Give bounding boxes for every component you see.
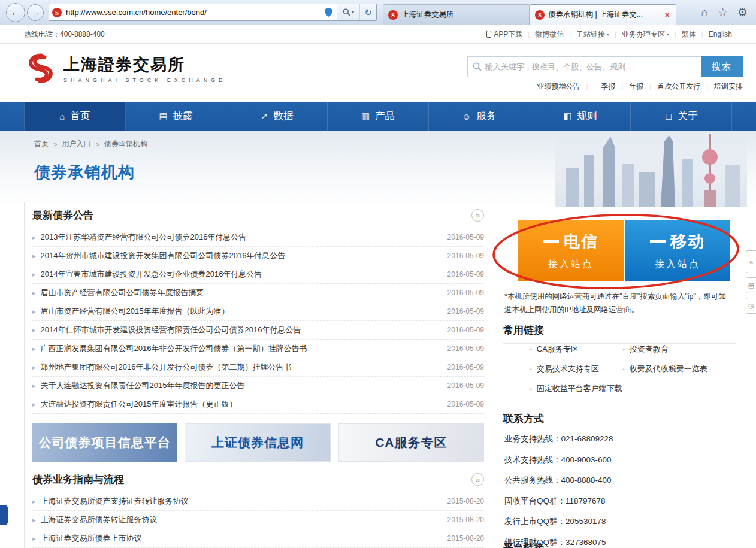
floating-side-tools: « ▤ ◷ xyxy=(746,250,756,314)
more-button[interactable]: » xyxy=(471,209,484,222)
sse-logo[interactable]: 上海證券交易所 SHANGHAI STOCK EXCHANGE xyxy=(24,53,226,84)
utility-links: APP下载 | 微博微信 | 子站链接 ▾ | 业务办理专区 ▾ | 繁体 | … xyxy=(486,29,732,40)
quick-link[interactable]: 首次公开发行 xyxy=(657,81,700,92)
guides-list: ▸上海证券交易所资产支持证券转让服务协议2015-08-20 ▸上海证券交易所债… xyxy=(32,492,484,548)
search-input[interactable] xyxy=(485,62,701,71)
isp-note-text: *本机所使用的网络运营商可通过在"百度"搜索页面输入"ip"，即可知道本机上网使… xyxy=(504,290,727,317)
announcement-date: 2016-05-09 xyxy=(447,289,484,297)
link-fixed-income-client[interactable]: ▪固定收益平台客户端下载 xyxy=(530,383,623,394)
quick-links: 业绩预增公告 | 一季报 | 年报 | 首次公开发行 | 培训安排 xyxy=(537,81,743,92)
search-box[interactable] xyxy=(467,56,701,77)
quick-link[interactable]: 一季报 xyxy=(594,81,615,92)
traditional-chinese-link[interactable]: 繁体 xyxy=(682,29,696,40)
quick-link[interactable]: 培训安排 xyxy=(714,81,743,92)
list-item[interactable]: ▸大连融达投资有限责任公司2015年度审计报告（更正版）2016-05-09 xyxy=(32,395,484,414)
nav-item-home[interactable]: ⌂ 首页 xyxy=(24,102,126,131)
refresh-button[interactable]: ↻ xyxy=(359,4,376,20)
bottom-left-widget[interactable] xyxy=(0,505,8,525)
guides-header: 债券业务指南与流程 » xyxy=(32,467,484,492)
square-bullet-icon: ▪ xyxy=(623,347,625,352)
search-dropdown-button[interactable]: ▾ xyxy=(337,4,359,20)
site-search: 搜索 xyxy=(467,56,743,77)
close-tab-icon[interactable]: × xyxy=(664,10,671,20)
hero-banner: 首页 > 用户入口 > 债券承销机构 债券承销机构 xyxy=(0,131,756,207)
nav-item-rules[interactable]: ◧ 规则 xyxy=(530,102,631,131)
favorites-star-icon[interactable]: ☆ xyxy=(718,5,728,19)
quick-link[interactable]: 年报 xyxy=(629,81,643,92)
list-item[interactable]: ▸上海证券交易所债券上市协议2015-08-20 xyxy=(32,529,484,548)
nav-item-services[interactable]: ☺ 服务 xyxy=(429,102,530,131)
guide-title: 上海证券交易所资产支持证券转让服务协议 xyxy=(41,496,443,507)
back-button[interactable]: ← xyxy=(6,3,25,22)
list-item[interactable]: ▸眉山市资产经营有限公司公司债券年度报告摘要2016-05-09 xyxy=(32,284,484,302)
guide-title: 上海证券交易所债券转让服务协议 xyxy=(41,514,443,525)
mobile-access-button[interactable]: 移动 接入站点 xyxy=(625,220,730,281)
separator: | xyxy=(675,31,676,38)
list-item[interactable]: ▸广西正润发展集团有限公司2016年非公开发行公司债券（第一期）挂牌公告书201… xyxy=(32,340,484,358)
announcement-title: 2013年江苏华靖资产经营有限公司公司债券2016年付息公告 xyxy=(41,232,443,243)
link-ca-service[interactable]: ▪CA服务专区 xyxy=(530,344,623,355)
tab-sse-home[interactable]: S 上海证券交易所 xyxy=(383,4,530,25)
separator: | xyxy=(621,83,623,90)
link-fees-list[interactable]: ▪收费及代收税费一览表 xyxy=(623,364,734,374)
list-item[interactable]: ▸2014年贺州市城市建设投资开发集团有限公司公司债券2016年付息公告2016… xyxy=(32,247,484,265)
banner-bond-info-net[interactable]: 上证债券信息网 xyxy=(185,423,330,462)
link-tech-support[interactable]: ▪交易技术支持专区 xyxy=(530,364,623,374)
breadcrumb-user-entry[interactable]: 用户入口 xyxy=(62,139,90,149)
list-item[interactable]: ▸2013年江苏华靖资产经营有限公司公司债券2016年付息公告2016-05-0… xyxy=(32,228,484,247)
substation-links-menu[interactable]: 子站链接 ▾ xyxy=(576,29,609,40)
forward-button[interactable]: → xyxy=(27,4,44,21)
list-item[interactable]: ▸2014年仁怀市城市开发建设投资经营有限责任公司公司债券2016年付息公告20… xyxy=(32,321,484,340)
home-icon[interactable]: ⌂ xyxy=(701,6,707,19)
nav-item-data[interactable]: ↗ 数据 xyxy=(226,102,328,131)
separator: | xyxy=(615,31,616,38)
url-field[interactable]: http://www.sse.com.cn/home/enter/bond/ xyxy=(66,8,320,17)
announcement-title: 2014年仁怀市城市开发建设投资经营有限责任公司公司债券2016年付息公告 xyxy=(41,325,443,335)
nav-item-disclosure[interactable]: ▤ 披露 xyxy=(126,102,227,131)
list-item[interactable]: ▸关于大连融达投资有限责任公司2015年年度报告的更正公告2016-05-09 xyxy=(32,377,484,395)
settings-gear-icon[interactable]: ⚙ xyxy=(737,5,748,19)
breadcrumb-current: 债券承销机构 xyxy=(104,139,147,149)
main-navigation: ⌂ 首页 ▤ 披露 ↗ 数据 ▥ 产品 ☺ 服务 ◧ 规则 ◻ 关于 xyxy=(0,102,756,131)
contact-line: 固收平台QQ群：118797678 xyxy=(504,496,613,507)
nav-item-products[interactable]: ▥ 产品 xyxy=(328,102,429,131)
list-item[interactable]: ▸上海证券交易所债券转让服务协议2015-08-20 xyxy=(32,511,484,529)
hotline-text: 热线电话：400-8888-400 xyxy=(24,29,105,40)
chart-icon: ↗ xyxy=(261,111,268,122)
contact-info: 业务支持热线：021-68809228 技术支持热线：400-9003-600 … xyxy=(504,434,613,548)
bar-chart-icon: ▥ xyxy=(361,111,370,122)
contact-line: 公共服务热线：400-8888-400 xyxy=(504,475,613,486)
link-investor-education[interactable]: ▪投资者教育 xyxy=(623,344,734,355)
business-zone-menu[interactable]: 业务办理专区 ▾ xyxy=(622,29,669,40)
triangle-bullet-icon: ▸ xyxy=(32,345,36,353)
section-title: 最新债券公告 xyxy=(32,208,93,222)
triangle-bullet-icon: ▸ xyxy=(32,234,36,241)
announcement-date: 2016-05-09 xyxy=(447,233,484,241)
feedback-doc-button[interactable]: ▤ xyxy=(746,277,756,293)
nav-item-about[interactable]: ◻ 关于 xyxy=(631,102,732,131)
list-item[interactable]: ▸2014年宜春市城市建设投资开发总公司企业债券2016年付息公告2016-05… xyxy=(32,265,484,284)
list-item[interactable]: ▸上海证券交易所资产支持证券转让服务协议2015-08-20 xyxy=(32,492,484,511)
announcement-date: 2016-05-09 xyxy=(447,363,484,371)
tab-title: 债券承销机构 | 上海证券交... xyxy=(548,10,660,20)
common-links-title: 常用链接 xyxy=(503,323,736,344)
breadcrumb-home[interactable]: 首页 xyxy=(34,139,49,149)
english-link[interactable]: English xyxy=(709,30,732,38)
search-button[interactable]: 搜索 xyxy=(701,56,743,77)
banner-ca-service[interactable]: CA服务专区 xyxy=(338,423,484,462)
tab-bond-page[interactable]: S 债券承销机构 | 上海证券交... × xyxy=(530,4,676,25)
tab-title: 上海证券交易所 xyxy=(401,10,524,20)
quick-link[interactable]: 业绩预增公告 xyxy=(537,81,580,92)
address-bar[interactable]: S http://www.sse.com.cn/home/enter/bond/… xyxy=(49,4,377,21)
site-header: 上海證券交易所 SHANGHAI STOCK EXCHANGE 搜索 业绩预增公… xyxy=(0,44,756,102)
banner-bond-project-platform[interactable]: 公司债券项目信息平台 xyxy=(32,423,177,462)
telecom-access-button[interactable]: 电信 接入站点 xyxy=(518,220,624,281)
list-item[interactable]: ▸郑州地产集团有限公司2016年非公开发行公司债券（第二期）挂牌公告书2016-… xyxy=(32,358,484,377)
list-item[interactable]: ▸眉山市资产经营有限公司2015年年度报告（以此为准）2016-05-09 xyxy=(32,302,484,321)
more-button[interactable]: » xyxy=(471,473,484,486)
weibo-weixin-link[interactable]: 微博微信 xyxy=(535,29,564,40)
history-clock-button[interactable]: ◷ xyxy=(746,298,756,314)
breadcrumb-separator: > xyxy=(95,141,99,148)
collapse-panel-button[interactable]: « xyxy=(746,250,756,273)
app-download-link[interactable]: APP下载 xyxy=(486,29,522,40)
